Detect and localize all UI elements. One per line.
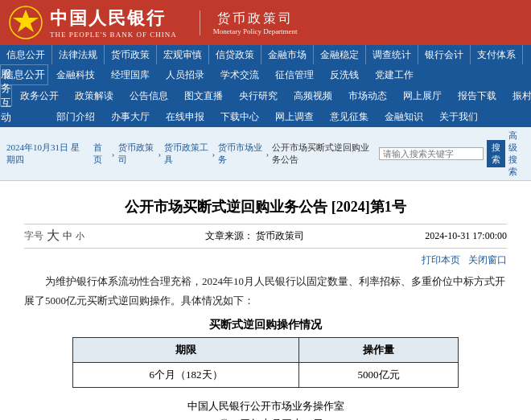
article-source-area: 文章来源： 货币政策司 bbox=[205, 229, 304, 243]
nav-r1-item-2[interactable]: 人员招录 bbox=[158, 64, 212, 85]
font-small-btn[interactable]: 小 bbox=[76, 230, 84, 242]
search-input[interactable] bbox=[379, 147, 484, 160]
nav-r1-item-3[interactable]: 学术交流 bbox=[212, 64, 267, 85]
dept-info: 货币政策司 Monetary Policy Department bbox=[200, 10, 298, 35]
article-date: 2024-10-31 17:00:00 bbox=[425, 230, 507, 242]
nav-r3-item-0[interactable]: 部门介绍 bbox=[48, 106, 103, 127]
breadcrumb-bar: 2024年10月31日 星期四 首页 › 货币政策司 › 货币政策工具 › 货币… bbox=[0, 127, 531, 181]
breadcrumb-date: 2024年10月31日 星期四 bbox=[6, 142, 82, 166]
table-cell-amount: 5000亿元 bbox=[299, 362, 459, 387]
table-row: 6个月（182天） 5000亿元 bbox=[73, 362, 459, 387]
nav-r2-item-1[interactable]: 政策解读 bbox=[67, 85, 121, 106]
nav-top-item-8[interactable]: 银行会计 bbox=[418, 45, 471, 64]
search-button[interactable]: 搜索 bbox=[487, 140, 505, 167]
article-source: 货币政策司 bbox=[256, 230, 304, 241]
nav-r3-item-1[interactable]: 办事大厅 bbox=[103, 106, 158, 127]
nav-r3-item-4[interactable]: 网上调查 bbox=[267, 106, 322, 127]
font-medium-btn[interactable]: 中 bbox=[63, 229, 72, 243]
nav-r2-item-4[interactable]: 央行研究 bbox=[231, 85, 286, 106]
nav-row2-items: 政务公开 政策解读 公告信息 图文直播 央行研究 高频视频 市场动态 网上展厅 … bbox=[12, 85, 531, 106]
nav-r1-item-0[interactable]: 金融科技 bbox=[48, 64, 103, 85]
font-large-btn[interactable]: 大 bbox=[47, 228, 60, 245]
table-header-row: 期限 操作量 bbox=[73, 337, 459, 362]
page-header: 中国人民银行 THE PEOPLE'S BANK OF CHINA 货币政策司 … bbox=[0, 0, 531, 45]
bank-name-cn: 中国人民银行 bbox=[50, 6, 177, 31]
table-header-1: 操作量 bbox=[299, 337, 459, 362]
nav-r3-item-5[interactable]: 意见征集 bbox=[322, 106, 377, 127]
font-size-control: 字号 大 中 小 bbox=[24, 228, 84, 245]
bank-name-en: THE PEOPLE'S BANK OF CHINA bbox=[50, 31, 177, 39]
operation-table: 期限 操作量 6个月（182天） 5000亿元 bbox=[72, 337, 459, 388]
nav-top-item-7[interactable]: 调查统计 bbox=[366, 45, 418, 64]
bank-emblem bbox=[8, 5, 43, 40]
nav-r3-item-6[interactable]: 金融知识 bbox=[377, 106, 431, 127]
nav-r3-item-2[interactable]: 在线申报 bbox=[158, 106, 212, 127]
nav-top-item-6[interactable]: 金融稳定 bbox=[314, 45, 366, 64]
sign-date: 二〇二四年十月三十一日 bbox=[24, 417, 507, 420]
logo-text: 中国人民银行 THE PEOPLE'S BANK OF CHINA bbox=[50, 6, 177, 39]
nav-r2-item-2[interactable]: 公告信息 bbox=[121, 85, 176, 106]
nav-r2-item-9[interactable]: 振村年鉴 bbox=[504, 85, 531, 106]
nav-top-item-0[interactable]: 信息公开 bbox=[0, 45, 52, 64]
breadcrumb-current: 公开市场买断式逆回购业务公告 bbox=[272, 142, 376, 166]
print-close-top: 打印本页 关闭窗口 bbox=[24, 253, 507, 267]
nav-r2-item-7[interactable]: 网上展厅 bbox=[395, 85, 450, 106]
nav-r3-item-7[interactable]: 关于我们 bbox=[431, 106, 486, 127]
dept-name-cn: 货币政策司 bbox=[217, 10, 294, 27]
article-title: 公开市场买断式逆回购业务公告 [2024]第1号 bbox=[24, 197, 507, 217]
breadcrumb-link-1[interactable]: 货币政策司 bbox=[118, 142, 155, 166]
nav-top-item-3[interactable]: 宏观审慎 bbox=[157, 45, 209, 64]
nav-r2-item-8[interactable]: 报告下载 bbox=[450, 85, 504, 106]
nav-r1-item-5[interactable]: 反洗钱 bbox=[322, 64, 367, 85]
nav-row3-items: 部门介绍 办事大厅 在线申报 下载中心 网上调查 意见征集 金融知识 关于我们 bbox=[48, 106, 531, 127]
source-label: 文章来源： bbox=[205, 230, 253, 241]
nav-main: 信息公开 金融科技 经理国库 人员招录 学术交流 征信管理 反洗钱 党建工作 服… bbox=[0, 64, 531, 127]
breadcrumb-link-0[interactable]: 首页 bbox=[93, 142, 108, 166]
search-area: 搜索 高级搜索 bbox=[379, 130, 525, 178]
nav-top-item-9[interactable]: 支付体系 bbox=[471, 45, 523, 64]
nav-r2-item-0[interactable]: 政务公开 bbox=[12, 85, 67, 106]
breadcrumb-link-2[interactable]: 货币政策工具 bbox=[164, 142, 208, 166]
breadcrumb-link-3[interactable]: 货币市场业务 bbox=[218, 142, 262, 166]
nav-top-item-5[interactable]: 金融市场 bbox=[261, 45, 314, 64]
article-meta: 字号 大 中 小 文章来源： 货币政策司 2024-10-31 17:00:00 bbox=[24, 224, 507, 249]
article-content: 公开市场买断式逆回购业务公告 [2024]第1号 字号 大 中 小 文章来源： … bbox=[0, 181, 531, 420]
svg-marker-1 bbox=[13, 10, 39, 32]
nav-r2-item-5[interactable]: 高频视频 bbox=[286, 85, 340, 106]
article-body: 为维护银行体系流动性合理充裕，2024年10月人民银行以固定数量、利率招标、多重… bbox=[24, 272, 507, 310]
nav-top-item-4[interactable]: 信贷政策 bbox=[209, 45, 261, 64]
sign-area: 中国人民银行公开市场业务操作室 bbox=[24, 399, 507, 414]
nav-r2-item-3[interactable]: 图文直播 bbox=[176, 85, 231, 106]
nav-r2-item-6[interactable]: 市场动态 bbox=[340, 85, 395, 106]
logo-area: 中国人民银行 THE PEOPLE'S BANK OF CHINA 货币政策司 … bbox=[8, 5, 298, 40]
advanced-search-link[interactable]: 高级搜索 bbox=[508, 130, 525, 178]
font-label: 字号 bbox=[24, 229, 43, 243]
nav-row1-items: 金融科技 经理国库 人员招录 学术交流 征信管理 反洗钱 党建工作 bbox=[48, 64, 531, 85]
print-link-top[interactable]: 打印本页 bbox=[422, 253, 460, 267]
nav-r3-item-3[interactable]: 下载中心 bbox=[212, 106, 267, 127]
nav-row-3: 部门介绍 办事大厅 在线申报 下载中心 网上调查 意见征集 金融知识 关于我们 bbox=[0, 106, 531, 127]
nav-r1-item-6[interactable]: 党建工作 bbox=[367, 64, 422, 85]
table-header-0: 期限 bbox=[73, 337, 299, 362]
nav-side-service[interactable]: 服务互动 bbox=[0, 85, 12, 106]
nav-top-item-2[interactable]: 货币政策 bbox=[105, 45, 157, 64]
nav-r1-item-1[interactable]: 经理国库 bbox=[103, 64, 158, 85]
nav-row-1: 信息公开 金融科技 经理国库 人员招录 学术交流 征信管理 反洗钱 党建工作 bbox=[0, 64, 531, 85]
nav-row-2: 服务互动 政务公开 政策解读 公告信息 图文直播 央行研究 高频视频 市场动态 … bbox=[0, 85, 531, 106]
nav-top: 信息公开 法律法规 货币政策 宏观审慎 信贷政策 金融市场 金融稳定 调查统计 … bbox=[0, 45, 531, 64]
table-title: 买断式逆回购操作情况 bbox=[24, 318, 507, 332]
close-link-top[interactable]: 关闭窗口 bbox=[468, 253, 507, 267]
nav-top-item-1[interactable]: 法律法规 bbox=[52, 45, 105, 64]
nav-r1-item-4[interactable]: 征信管理 bbox=[267, 64, 322, 85]
table-cell-period: 6个月（182天） bbox=[73, 362, 299, 387]
dept-name-en: Monetary Policy Department bbox=[213, 27, 298, 35]
